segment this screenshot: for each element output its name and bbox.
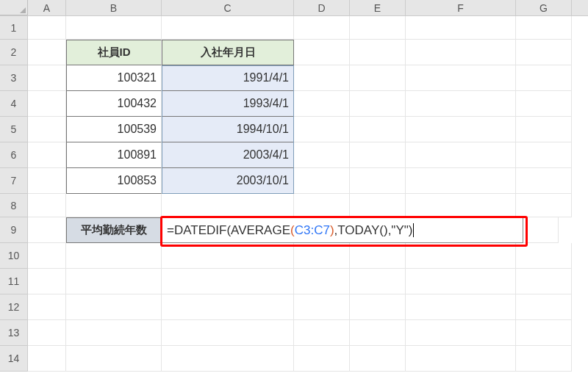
row-header-8[interactable]: 8 [0,194,28,217]
cell-c4[interactable]: 1993/4/1 [162,91,294,117]
cell-d13[interactable] [294,320,350,346]
col-header-c[interactable]: C [162,0,294,15]
cell-c14[interactable] [162,346,294,372]
cell-e13[interactable] [350,320,406,346]
cell-g11[interactable] [516,269,572,294]
summary-label-cell[interactable]: 平均勤続年数 [66,217,162,243]
cell-c3[interactable]: 1991/4/1 [162,65,294,91]
row-header-3[interactable]: 3 [0,65,28,91]
cell-b4[interactable]: 100432 [66,91,162,117]
row-header-6[interactable]: 6 [0,142,28,168]
cell-c10[interactable] [162,243,294,269]
cell-b13[interactable] [66,320,162,346]
formula-input-cell[interactable]: =DATEDIF(AVERAGE(C3:C7),TODAY(),"Y") [162,217,523,243]
cell-f12[interactable] [406,294,516,320]
cell-b7[interactable]: 100853 [66,168,162,194]
cell-a5[interactable] [28,117,66,142]
cell-f7[interactable] [406,168,516,194]
cell-b6[interactable]: 100891 [66,142,162,168]
cell-g2[interactable] [516,40,572,65]
cell-d7[interactable] [294,168,350,194]
cell-f1[interactable] [406,16,516,40]
cell-f4[interactable] [406,91,516,117]
cell-g10[interactable] [516,243,572,269]
col-header-e[interactable]: E [350,0,406,15]
cell-e4[interactable] [350,91,406,117]
cell-c13[interactable] [162,320,294,346]
cell-g14[interactable] [516,346,572,372]
cell-e5[interactable] [350,117,406,142]
cell-c7[interactable]: 2003/10/1 [162,168,294,194]
cell-e6[interactable] [350,142,406,168]
row-header-2[interactable]: 2 [0,40,28,65]
cell-f5[interactable] [406,117,516,142]
cell-d10[interactable] [294,243,350,269]
cell-f14[interactable] [406,346,516,372]
cell-a7[interactable] [28,168,66,194]
cell-d3[interactable] [294,65,350,91]
header-employee-id[interactable]: 社員ID [66,40,162,65]
cell-e8[interactable] [350,194,406,217]
cell-g6[interactable] [516,142,572,168]
cell-f13[interactable] [406,320,516,346]
cell-c6[interactable]: 2003/4/1 [162,142,294,168]
cell-a14[interactable] [28,346,66,372]
cell-b8[interactable] [66,194,162,217]
cell-a13[interactable] [28,320,66,346]
select-all-corner[interactable] [0,0,28,15]
cell-e1[interactable] [350,16,406,40]
cell-b10[interactable] [66,243,162,269]
col-header-f[interactable]: F [406,0,516,15]
cell-d12[interactable] [294,294,350,320]
row-header-5[interactable]: 5 [0,117,28,142]
cell-f2[interactable] [406,40,516,65]
cell-d2[interactable] [294,40,350,65]
cell-f8[interactable] [406,194,516,217]
row-header-14[interactable]: 14 [0,346,28,372]
cell-g4[interactable] [516,91,572,117]
cell-f3[interactable] [406,65,516,91]
cell-g1[interactable] [516,16,572,40]
cell-a8[interactable] [28,194,66,217]
cell-e2[interactable] [350,40,406,65]
cell-b1[interactable] [66,16,162,40]
cell-g8[interactable] [516,194,572,217]
cell-c1[interactable] [162,16,294,40]
cell-a4[interactable] [28,91,66,117]
cell-c12[interactable] [162,294,294,320]
cell-f6[interactable] [406,142,516,168]
cell-g5[interactable] [516,117,572,142]
cell-c8[interactable] [162,194,294,217]
row-header-1[interactable]: 1 [0,16,28,40]
cell-a10[interactable] [28,243,66,269]
cell-g9[interactable] [523,217,559,243]
cell-e10[interactable] [350,243,406,269]
cell-a2[interactable] [28,40,66,65]
col-header-a[interactable]: A [28,0,66,15]
cell-a11[interactable] [28,269,66,294]
row-header-10[interactable]: 10 [0,243,28,269]
cell-d8[interactable] [294,194,350,217]
cell-g7[interactable] [516,168,572,194]
cell-d14[interactable] [294,346,350,372]
cell-a1[interactable] [28,16,66,40]
row-header-9[interactable]: 9 [0,217,28,243]
row-header-7[interactable]: 7 [0,168,28,194]
row-header-13[interactable]: 13 [0,320,28,346]
cell-d6[interactable] [294,142,350,168]
cell-b14[interactable] [66,346,162,372]
cell-a6[interactable] [28,142,66,168]
cell-e11[interactable] [350,269,406,294]
header-hire-date[interactable]: 入社年月日 [162,40,294,65]
cell-d11[interactable] [294,269,350,294]
cell-f11[interactable] [406,269,516,294]
row-header-12[interactable]: 12 [0,294,28,320]
row-header-11[interactable]: 11 [0,269,28,294]
cell-c11[interactable] [162,269,294,294]
cell-b11[interactable] [66,269,162,294]
cell-b3[interactable]: 100321 [66,65,162,91]
col-header-b[interactable]: B [66,0,162,15]
cell-b12[interactable] [66,294,162,320]
cell-g12[interactable] [516,294,572,320]
cell-d5[interactable] [294,117,350,142]
